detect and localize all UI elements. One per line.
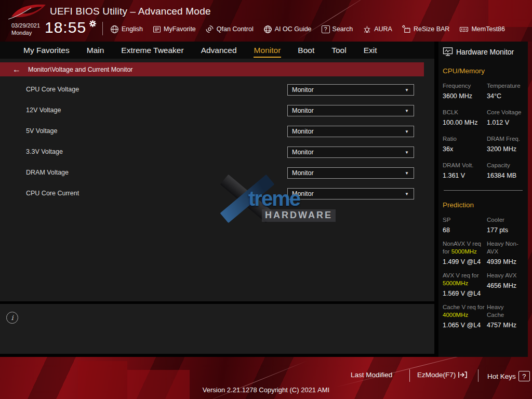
last-modified-button[interactable]: Last Modified (351, 371, 392, 379)
date-value: 03/29/2021 (11, 22, 40, 29)
setting-label: CPU Core Voltage (26, 86, 79, 93)
info-icon: i (6, 312, 18, 324)
hot-keys-button[interactable]: Hot Keys ? (487, 371, 530, 381)
setting-label: 3.3V Voltage (26, 148, 63, 155)
setting-row: CPU Core Current Monitor ▼ (0, 188, 434, 201)
toolbar-qfan-control[interactable]: Qfan Control (206, 25, 254, 33)
stat-dram-freq: DRAM Freq.3200 MHz (487, 135, 524, 153)
toolbar-search[interactable]: ? Search (322, 25, 353, 33)
dropdown-value: Monitor (292, 107, 405, 114)
tab-main[interactable]: Main (86, 43, 105, 58)
main-column: My Favorites Main Extreme Tweaker Advanc… (0, 42, 438, 357)
main-menu-bar: My Favorites Main Extreme Tweaker Advanc… (0, 42, 434, 59)
footer-bar: Last Modified EzMode(F7) Hot Keys ? Vers… (0, 357, 532, 399)
toolbar-ai-oc-guide[interactable]: AI OC Guide (263, 25, 312, 34)
memtest-icon (459, 25, 469, 33)
stat-heavy-cache: Heavy Cache4757 MHz (487, 303, 524, 329)
setting-row: DRAM Voltage Monitor ▼ (0, 167, 434, 180)
dropdown-value: Monitor (292, 149, 405, 156)
footer-divider (409, 369, 410, 382)
resize-bar-icon (402, 25, 411, 34)
time-value: 18:55 (45, 19, 86, 36)
stat-bclk: BCLK100.00 MHz (443, 109, 487, 126)
setting-row: 5V Voltage Monitor ▼ (0, 126, 434, 138)
setting-row: CPU Core Voltage Monitor ▼ (0, 84, 434, 97)
12v-voltage-dropdown[interactable]: Monitor ▼ (287, 105, 414, 116)
3.3v-voltage-dropdown[interactable]: Monitor ▼ (287, 147, 414, 158)
chevron-down-icon: ▼ (405, 150, 409, 155)
top-banner: UEFI BIOS Utility – Advanced Mode 03/29/… (0, 0, 532, 42)
stat-heavy-avx: Heavy AVX4656 MHz (487, 272, 524, 297)
dram-voltage-dropdown[interactable]: Monitor ▼ (287, 167, 414, 179)
hardware-monitor-icon (443, 47, 453, 57)
dropdown-value: Monitor (292, 169, 405, 177)
stat-ratio: Ratio36x (443, 135, 487, 153)
hardware-monitor-sidebar: Hardware Monitor CPU/Memory Frequency360… (438, 42, 528, 357)
time-settings-gear-icon[interactable] (89, 20, 97, 28)
footer-divider (478, 369, 478, 382)
toolbar-aura[interactable]: AURA (363, 25, 392, 34)
back-arrow-icon[interactable]: ← (12, 65, 21, 74)
rog-logo (7, 2, 47, 23)
5v-voltage-dropdown[interactable]: Monitor ▼ (287, 126, 414, 137)
toolbar: English MyFavorite Qfan Control AI OC Gu… (110, 23, 505, 35)
setting-label: 5V Voltage (26, 127, 57, 135)
myfavorite-icon (153, 25, 161, 33)
dropdown-value: Monitor (292, 190, 405, 197)
chevron-down-icon: ▼ (405, 88, 409, 92)
tab-my-favorites[interactable]: My Favorites (23, 43, 70, 58)
help-info-panel: i (0, 304, 434, 354)
fan-icon (206, 25, 214, 33)
toolbar-myfavorite[interactable]: MyFavorite (153, 25, 196, 33)
tab-tool[interactable]: Tool (331, 43, 347, 58)
setting-label: CPU Core Current (26, 190, 79, 197)
day-value: Monday (11, 29, 40, 36)
breadcrumb-path: Monitor\Voltage and Current Monitor (28, 66, 133, 73)
question-box-icon: ? (322, 25, 330, 33)
prediction-heading: Prediction (443, 201, 524, 209)
chevron-down-icon: ▼ (405, 109, 409, 113)
tab-monitor[interactable]: Monitor (254, 43, 282, 58)
stat-heavy-nonavx: Heavy Non-AVX4939 MHz (487, 240, 524, 265)
chevron-down-icon: ▼ (405, 171, 409, 176)
stat-dram-volt: DRAM Volt.1.361 V (443, 162, 487, 179)
stat-temperature: Temperature34°C (487, 82, 524, 100)
stat-capacity: Capacity16384 MB (487, 162, 524, 179)
aura-lamp-icon (363, 25, 371, 34)
cpu-core-voltage-dropdown[interactable]: Monitor ▼ (287, 84, 414, 96)
sidebar-title: Hardware Monitor (456, 48, 514, 56)
stat-avx-vreq: AVX V req for 5000MHz1.569 V @L4 (443, 272, 487, 297)
setting-row: 12V Voltage Monitor ▼ (0, 105, 434, 117)
prediction-stats: SP68 Cooler177 pts NonAVX V req for 5000… (443, 216, 524, 329)
stat-core-voltage: Core Voltage1.012 V (487, 109, 524, 126)
exit-to-ezmode-icon (458, 371, 467, 379)
breadcrumb: ← Monitor\Voltage and Current Monitor (0, 62, 424, 76)
stat-nonavx-vreq: NonAVX V req for 5000MHz1.499 V @L4 (443, 240, 487, 265)
toolbar-memtest86[interactable]: MemTest86 (459, 25, 505, 33)
tab-advanced[interactable]: Advanced (201, 43, 237, 58)
setting-label: DRAM Voltage (26, 169, 69, 176)
setting-label: 12V Voltage (26, 107, 61, 114)
tab-boot[interactable]: Boot (297, 43, 315, 58)
app-title: UEFI BIOS Utility – Advanced Mode (50, 6, 211, 17)
cpu-memory-stats: Frequency3600 MHz Temperature34°C BCLK10… (443, 82, 524, 179)
bios-version-text: Version 2.21.1278 Copyright (C) 2021 AMI (0, 386, 532, 394)
stat-cooler: Cooler177 pts (487, 216, 524, 234)
chevron-down-icon: ▼ (405, 192, 409, 196)
settings-panel: ← Monitor\Voltage and Current Monitor CP… (0, 59, 434, 301)
sidebar-divider (444, 190, 523, 191)
cpu-memory-heading: CPU/Memory (443, 67, 524, 75)
tab-exit[interactable]: Exit (363, 43, 378, 58)
toolbar-resize-bar[interactable]: ReSize BAR (402, 25, 449, 34)
dropdown-value: Monitor (292, 128, 405, 135)
setting-row: 3.3V Voltage Monitor ▼ (0, 147, 434, 159)
toolbar-language[interactable]: English (110, 25, 143, 34)
sphere-icon (263, 25, 272, 34)
banner-divider (102, 22, 103, 35)
globe-icon (110, 25, 119, 34)
ezmode-button[interactable]: EzMode(F7) (417, 371, 467, 379)
dropdown-value: Monitor (292, 86, 405, 94)
chevron-down-icon: ▼ (405, 129, 409, 134)
tab-extreme-tweaker[interactable]: Extreme Tweaker (121, 43, 184, 58)
cpu-core-current-dropdown[interactable]: Monitor ▼ (287, 188, 414, 200)
